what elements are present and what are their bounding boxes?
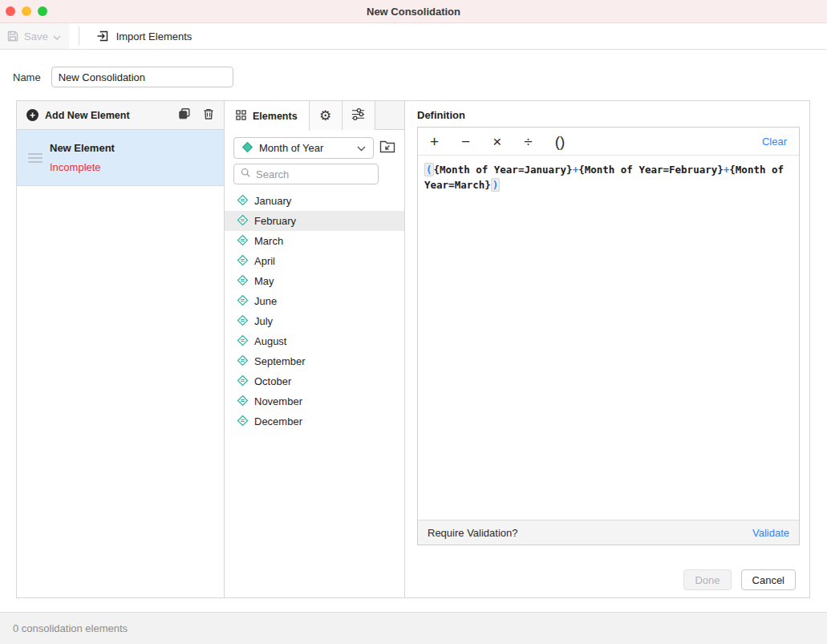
month-label: October [254, 375, 291, 387]
element-title: New Element [50, 142, 115, 154]
import-icon [96, 30, 109, 43]
gear-icon: ⚙ [319, 109, 331, 123]
element-list-item[interactable]: New Element Incomplete [17, 130, 224, 186]
search-icon [241, 168, 251, 180]
plus-circle-icon: + [26, 109, 39, 121]
tab-filters[interactable] [343, 101, 375, 130]
operator-add-button[interactable]: + [430, 134, 439, 149]
clear-button[interactable]: Clear [762, 136, 787, 148]
elements-list-pane: + Add New Element New Element Incomplete [17, 101, 225, 597]
picker-controls: Month of Year [225, 130, 404, 184]
formula-token-paren: ( [424, 163, 434, 176]
month-label: August [254, 335, 286, 347]
dimension-dropdown[interactable]: Month of Year [233, 137, 374, 159]
dimension-dropdown-value: Month of Year [259, 142, 351, 154]
element-diamond-icon [237, 234, 249, 249]
month-label: June [254, 295, 277, 307]
zoom-button[interactable] [38, 6, 47, 16]
diamond-icon [241, 141, 253, 156]
tab-settings[interactable]: ⚙ [310, 101, 343, 130]
import-elements-button[interactable]: Import Elements [96, 30, 193, 43]
consolidation-editor: + Add New Element New Element Incomplete [16, 100, 810, 598]
definition-box: +−×÷() Clear ({Month of Year=January}+{M… [417, 127, 800, 545]
save-button[interactable]: Save [0, 23, 69, 49]
month-list-item[interactable]: March [225, 231, 404, 251]
elements-picker-pane: Elements ⚙ Month of Year [225, 101, 405, 597]
tab-elements[interactable]: Elements [225, 101, 310, 131]
elements-list-header: + Add New Element [17, 101, 224, 130]
name-input[interactable] [51, 67, 233, 87]
month-list-item[interactable]: September [225, 351, 404, 371]
element-count-status: 0 consolidation elements [13, 622, 128, 634]
toolbar-divider [79, 26, 79, 46]
month-label: February [254, 215, 296, 227]
month-label: December [254, 415, 302, 427]
element-diamond-icon [237, 375, 249, 389]
month-list-item[interactable]: October [225, 371, 404, 391]
window-title: New Consolidation [367, 6, 460, 18]
minimize-button[interactable] [22, 6, 31, 16]
name-row: Name [13, 67, 233, 87]
month-label: March [254, 235, 283, 247]
element-diamond-icon [237, 395, 249, 409]
month-list-item[interactable]: January [225, 191, 404, 211]
hierarchy-folder-button[interactable] [379, 140, 395, 156]
grid-icon [236, 110, 246, 123]
status-bar: 0 consolidation elements [0, 612, 827, 644]
operator-multiply-button[interactable]: × [493, 134, 501, 149]
search-input[interactable] [256, 168, 368, 180]
month-list-item[interactable]: May [225, 271, 404, 291]
element-diamond-icon [237, 194, 249, 209]
operator-divide-button[interactable]: ÷ [524, 134, 532, 149]
element-status-incomplete: Incomplete [50, 161, 115, 173]
month-list-item[interactable]: August [225, 331, 404, 351]
month-label: May [254, 275, 274, 287]
element-diamond-icon [237, 314, 249, 329]
month-list-item[interactable]: November [225, 391, 404, 411]
month-list-item[interactable]: June [225, 291, 404, 311]
definition-pane: Definition +−×÷() Clear ({Month of Year=… [405, 101, 809, 597]
add-new-element-label: Add New Element [45, 110, 130, 121]
name-label: Name [13, 71, 41, 83]
add-new-element-button[interactable]: + Add New Element [26, 109, 167, 121]
close-button[interactable] [6, 6, 15, 16]
traffic-lights [6, 6, 47, 16]
operator-parentheses-button[interactable]: () [555, 134, 566, 149]
save-label: Save [24, 30, 48, 43]
drag-handle-icon[interactable] [28, 153, 43, 163]
done-button[interactable]: Done [683, 569, 731, 590]
element-diamond-icon [237, 254, 249, 269]
cancel-button[interactable]: Cancel [741, 569, 796, 590]
require-validation-label: Require Validation? [428, 527, 752, 539]
formula-token-term: {Month of Year=February} [578, 164, 724, 176]
month-label: January [254, 195, 291, 207]
window-titlebar: New Consolidation [0, 0, 827, 23]
formula-token-term: {Month of Year=January} [434, 164, 573, 176]
validate-button[interactable]: Validate [752, 527, 789, 539]
month-label: November [254, 395, 302, 407]
duplicate-icon [178, 107, 191, 123]
validation-bar: Require Validation? Validate [418, 520, 799, 545]
month-list-item[interactable]: December [225, 411, 404, 431]
operator-subtract-button[interactable]: − [461, 134, 470, 149]
element-diamond-icon [237, 214, 249, 229]
chevron-down-icon [357, 142, 366, 154]
month-list-item[interactable]: February [225, 211, 404, 231]
delete-element-button[interactable] [202, 107, 215, 123]
trash-icon [202, 107, 215, 123]
duplicate-element-button[interactable] [178, 107, 191, 123]
element-diamond-icon [237, 415, 249, 429]
month-list-item[interactable]: July [225, 311, 404, 331]
folder-arrow-icon [379, 140, 395, 156]
save-icon [6, 30, 19, 43]
formula-editor[interactable]: ({Month of Year=January}+{Month of Year=… [418, 156, 799, 520]
element-text: New Element Incomplete [50, 142, 115, 173]
tab-elements-label: Elements [253, 111, 298, 122]
month-list-item[interactable]: April [225, 251, 404, 271]
month-label: September [254, 355, 306, 367]
element-diamond-icon [237, 294, 249, 309]
month-list: January February March April May June Ju… [225, 191, 404, 431]
operator-buttons: +−×÷() Clear [418, 128, 799, 156]
definition-title: Definition [417, 109, 465, 121]
element-diamond-icon [237, 354, 249, 369]
